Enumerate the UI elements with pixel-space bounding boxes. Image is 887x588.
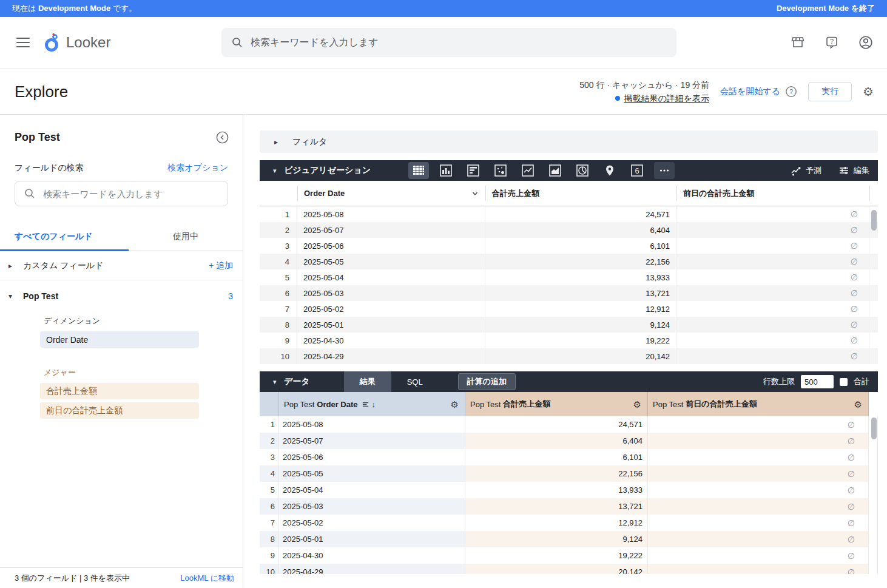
cell-total-sales[interactable]: 20,142: [465, 564, 648, 574]
table-row[interactable]: 3 2025-05-06 6,101 ∅: [260, 449, 878, 465]
cell-prev-total-sales[interactable]: ∅: [676, 301, 869, 317]
cell-order-date[interactable]: 2025-05-02: [297, 301, 485, 317]
cell-prev-total-sales[interactable]: ∅: [676, 348, 869, 364]
cell-total-sales[interactable]: 24,571: [485, 206, 676, 222]
cell-total-sales[interactable]: 22,156: [465, 465, 648, 482]
cell-total-sales[interactable]: 22,156: [485, 254, 676, 269]
single-value-icon[interactable]: 6: [627, 162, 647, 179]
chevron-down-icon[interactable]: ▾: [8, 292, 21, 300]
looker-logo[interactable]: Looker: [43, 33, 110, 52]
field-search-box[interactable]: [15, 181, 228, 206]
cell-prev-total-sales[interactable]: ∅: [676, 222, 869, 238]
view-group-pop-test[interactable]: ▾ Pop Test 3: [0, 280, 243, 301]
cell-prev-total-sales[interactable]: ∅: [676, 254, 869, 269]
explore-settings-gear-icon[interactable]: ⚙: [863, 86, 874, 98]
tab-in-use[interactable]: 使用中: [129, 223, 243, 251]
row-limit-input[interactable]: [801, 375, 834, 388]
cell-prev-total-sales[interactable]: ∅: [648, 465, 869, 482]
cell-order-date[interactable]: 2025-05-02: [279, 515, 465, 531]
cell-total-sales[interactable]: 9,124: [485, 317, 676, 333]
field-order-date[interactable]: Order Date: [40, 331, 199, 348]
chevron-down-icon[interactable]: ▾: [273, 167, 284, 175]
table-row[interactable]: 8 2025-05-01 9,124 ∅: [260, 531, 878, 547]
table-row[interactable]: 4 2025-05-05 22,156 ∅: [260, 254, 878, 269]
collapse-sidebar-icon[interactable]: [215, 130, 229, 144]
cell-order-date[interactable]: 2025-05-03: [279, 498, 465, 515]
cell-total-sales[interactable]: 12,912: [465, 515, 648, 531]
cell-order-date[interactable]: 2025-05-06: [279, 449, 465, 465]
table-row[interactable]: 2 2025-05-07 6,404 ∅: [260, 222, 878, 238]
table-row[interactable]: 5 2025-05-04 13,933 ∅: [260, 482, 878, 498]
edit-viz-button[interactable]: 編集: [838, 165, 869, 176]
cell-prev-total-sales[interactable]: ∅: [676, 317, 869, 333]
cell-prev-total-sales[interactable]: ∅: [648, 547, 869, 564]
start-conversation-link[interactable]: 会話を開始する ?: [720, 86, 797, 98]
field-search-input[interactable]: [43, 189, 219, 199]
cell-order-date[interactable]: 2025-05-08: [279, 416, 465, 433]
chevron-right-icon[interactable]: ▸: [274, 138, 286, 146]
bar-chart-icon[interactable]: [463, 162, 484, 179]
cell-prev-total-sales[interactable]: ∅: [648, 433, 869, 449]
custom-fields-section[interactable]: ▸ カスタム フィールド + 追加: [0, 251, 243, 280]
chevron-down-icon[interactable]: [471, 189, 479, 198]
totals-checkbox[interactable]: [840, 378, 848, 386]
line-chart-icon[interactable]: [518, 162, 538, 179]
cell-order-date[interactable]: 2025-05-06: [297, 238, 485, 254]
marketplace-icon[interactable]: [790, 35, 806, 50]
viz-col-order-date[interactable]: Order Date: [297, 186, 485, 201]
cell-prev-total-sales[interactable]: ∅: [648, 498, 869, 515]
cell-order-date[interactable]: 2025-05-07: [297, 222, 485, 238]
map-pin-icon[interactable]: [599, 162, 620, 179]
cell-order-date[interactable]: 2025-04-30: [279, 547, 465, 564]
add-custom-field-button[interactable]: + 追加: [209, 260, 233, 271]
help-circle-icon[interactable]: ?: [785, 86, 797, 98]
table-row[interactable]: 6 2025-05-03 13,721 ∅: [260, 498, 878, 515]
cell-prev-total-sales[interactable]: ∅: [676, 238, 869, 254]
table-row[interactable]: 8 2025-05-01 9,124 ∅: [260, 317, 878, 333]
tab-sql[interactable]: SQL: [391, 371, 439, 392]
area-chart-icon[interactable]: [545, 162, 565, 179]
more-viz-types-icon[interactable]: [654, 162, 675, 179]
tab-results[interactable]: 結果: [344, 371, 391, 392]
cell-order-date[interactable]: 2025-05-01: [279, 531, 465, 547]
cell-total-sales[interactable]: 13,721: [485, 285, 676, 301]
cell-total-sales[interactable]: 19,222: [485, 333, 676, 348]
viz-col-prev-total-sales[interactable]: 前日の合計売上金額: [676, 186, 869, 201]
cell-prev-total-sales[interactable]: ∅: [676, 269, 869, 285]
chevron-down-icon[interactable]: ▾: [273, 378, 284, 386]
tab-all-fields[interactable]: すべてのフィールド: [0, 223, 129, 251]
table-row[interactable]: 9 2025-04-30 19,222 ∅: [260, 547, 878, 564]
search-options-link[interactable]: 検索オプション: [167, 163, 228, 174]
table-row[interactable]: 7 2025-05-02 12,912 ∅: [260, 301, 878, 317]
cell-total-sales[interactable]: 12,912: [485, 301, 676, 317]
data-col-order-date[interactable]: Pop Test Order Date ↓ ⚙: [279, 392, 465, 416]
pie-chart-icon[interactable]: [572, 162, 593, 179]
data-col-total-sales[interactable]: Pop Test 合計売上金額 ⚙: [465, 392, 648, 416]
cell-order-date[interactable]: 2025-05-03: [297, 285, 485, 301]
cell-prev-total-sales[interactable]: ∅: [676, 285, 869, 301]
filters-panel-header[interactable]: ▸ フィルタ: [260, 130, 878, 153]
cell-total-sales[interactable]: 13,933: [465, 482, 648, 498]
cell-total-sales[interactable]: 20,142: [485, 348, 676, 364]
cell-prev-total-sales[interactable]: ∅: [648, 482, 869, 498]
data-col-prev-total-sales[interactable]: Pop Test 前日の合計売上金額 ⚙: [648, 392, 869, 416]
cell-order-date[interactable]: 2025-05-04: [297, 269, 485, 285]
field-total-sales[interactable]: 合計売上金額: [40, 383, 199, 399]
column-gear-icon[interactable]: ⚙: [854, 400, 862, 409]
result-details-link[interactable]: 掲載結果の詳細を表示: [624, 93, 709, 103]
cell-total-sales[interactable]: 24,571: [465, 416, 648, 433]
table-row[interactable]: 3 2025-05-06 6,101 ∅: [260, 238, 878, 254]
menu-icon[interactable]: [16, 38, 30, 47]
cell-order-date[interactable]: 2025-05-05: [279, 465, 465, 482]
add-calculation-button[interactable]: 計算の追加: [458, 373, 516, 390]
cell-order-date[interactable]: 2025-05-01: [297, 317, 485, 333]
cell-order-date[interactable]: 2025-04-30: [297, 333, 485, 348]
cell-prev-total-sales[interactable]: ∅: [648, 515, 869, 531]
global-search[interactable]: [221, 28, 676, 57]
cell-prev-total-sales[interactable]: ∅: [648, 564, 869, 574]
field-prev-day-total-sales[interactable]: 前日の合計売上金額: [40, 402, 199, 419]
table-row[interactable]: 7 2025-05-02 12,912 ∅: [260, 515, 878, 531]
cell-order-date[interactable]: 2025-04-29: [279, 564, 465, 574]
cell-total-sales[interactable]: 13,933: [485, 269, 676, 285]
data-table-scrollbar[interactable]: [871, 417, 877, 439]
